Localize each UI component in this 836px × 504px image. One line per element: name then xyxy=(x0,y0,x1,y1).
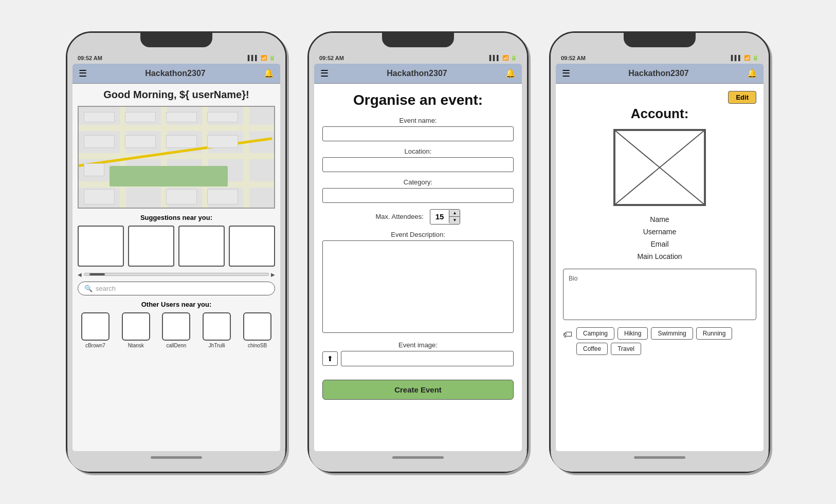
scroll-right-arrow[interactable]: ▶ xyxy=(271,272,275,277)
tag-hiking[interactable]: Hiking xyxy=(617,327,648,340)
scroll-bar-row: ◀ ▶ xyxy=(78,272,275,277)
event-name-group: Event name: xyxy=(322,117,514,141)
user-name-4: chinoSB xyxy=(248,343,267,348)
user-avatar-2[interactable] xyxy=(162,312,190,341)
tag-swimming[interactable]: Swimming xyxy=(651,327,693,340)
status-right-3: ▌▌▌ 📶 🔋 xyxy=(731,55,758,61)
notch-area-3: 09:52 AM ▌▌▌ 📶 🔋 xyxy=(551,33,769,64)
battery-1: 🔋 xyxy=(269,55,275,61)
bell-icon-1[interactable]: 🔔 xyxy=(264,68,274,78)
app-header-3: ☰ Hackathon2307 🔔 xyxy=(556,64,764,84)
wifi-1: 📶 xyxy=(261,55,267,61)
attendees-spinner[interactable]: 15 ▲ ▼ xyxy=(430,209,461,225)
user-avatar-0[interactable] xyxy=(81,312,110,341)
category-input[interactable] xyxy=(322,188,514,203)
account-info: Name Username Email Main Location xyxy=(563,214,756,262)
search-bar[interactable]: 🔍 search xyxy=(78,282,275,295)
time-2: 09:52 AM xyxy=(319,55,344,61)
placeholder-x-svg xyxy=(614,130,705,205)
app-title-3: Hackathon2307 xyxy=(628,69,688,78)
description-group: Event Description: xyxy=(322,231,514,335)
description-textarea[interactable] xyxy=(322,240,514,333)
username-field: Username xyxy=(563,227,756,237)
status-bar-3: 09:52 AM ▌▌▌ 📶 🔋 xyxy=(551,52,769,61)
notch-area-2: 09:52 AM ▌▌▌ 📶 🔋 xyxy=(309,33,527,64)
suggestions-label: Suggestions near you: xyxy=(78,214,275,221)
user-item-4: chinoSB xyxy=(243,312,271,348)
email-field: Email xyxy=(563,239,756,249)
map-area xyxy=(78,106,275,209)
user-avatar-1[interactable] xyxy=(122,312,150,341)
tag-running[interactable]: Running xyxy=(696,327,733,340)
phone-notch-2 xyxy=(382,33,454,47)
hamburger-icon-2[interactable]: ☰ xyxy=(320,68,329,79)
image-upload-row: ⬆ xyxy=(322,351,514,366)
user-avatar-3[interactable] xyxy=(203,312,231,341)
upload-input-field[interactable] xyxy=(341,351,514,366)
spinner-buttons: ▲ ▼ xyxy=(449,210,460,224)
time-3: 09:52 AM xyxy=(561,55,586,61)
bell-icon-3[interactable]: 🔔 xyxy=(747,68,757,78)
location-group: Location: xyxy=(322,147,514,172)
phone-bottom-3 xyxy=(551,451,769,472)
scroll-left-arrow[interactable]: ◀ xyxy=(78,272,82,277)
tags-grid: Camping Hiking Swimming Running Coffee T… xyxy=(576,327,756,355)
greeting-text: Good Morning, ${ userName}! xyxy=(78,89,275,101)
edit-button[interactable]: Edit xyxy=(728,91,756,104)
suggestion-card-3[interactable] xyxy=(178,226,225,267)
notch-area-1: 09:52 AM ▌▌▌ 📶 🔋 xyxy=(67,33,285,64)
suggestion-card-1[interactable] xyxy=(78,226,124,267)
create-event-button[interactable]: Create Event xyxy=(322,380,514,400)
battery-2: 🔋 xyxy=(511,55,517,61)
profile-image-placeholder xyxy=(613,129,706,206)
spinner-down-btn[interactable]: ▼ xyxy=(449,217,460,224)
description-label: Event Description: xyxy=(322,231,514,238)
phone-notch-1 xyxy=(140,33,212,47)
location-input[interactable] xyxy=(322,157,514,172)
location-label: Location: xyxy=(322,147,514,155)
event-name-input[interactable] xyxy=(322,126,514,141)
attendees-group: Max. Attendees: 15 ▲ ▼ xyxy=(322,209,514,225)
search-placeholder: search xyxy=(96,285,116,292)
tag-travel[interactable]: Travel xyxy=(611,343,641,355)
home-bar-3 xyxy=(634,456,685,459)
user-item-1: Ntansk xyxy=(122,312,150,348)
screens-container: 09:52 AM ▌▌▌ 📶 🔋 ☰ Hackathon2307 🔔 Good … xyxy=(66,31,770,473)
users-row: cBrown7 Ntansk callDenn JhTrulli xyxy=(78,312,275,348)
tag-coffee[interactable]: Coffee xyxy=(576,343,608,355)
app-title-2: Hackathon2307 xyxy=(387,69,447,78)
account-header-row: Edit xyxy=(563,91,756,104)
event-name-label: Event name: xyxy=(322,117,514,124)
location-field: Main Location xyxy=(563,251,756,262)
tags-row: 🏷 Camping Hiking Swimming Running Coffee… xyxy=(563,327,756,355)
phone-account: 09:52 AM ▌▌▌ 📶 🔋 ☰ Hackathon2307 🔔 Edit … xyxy=(549,31,770,473)
scroll-track[interactable] xyxy=(84,273,269,276)
category-group: Category: xyxy=(322,178,514,203)
time-1: 09:52 AM xyxy=(78,55,102,61)
scroll-thumb xyxy=(89,273,105,275)
suggestion-card-2[interactable] xyxy=(128,226,174,267)
battery-3: 🔋 xyxy=(752,55,758,61)
spinner-up-btn[interactable]: ▲ xyxy=(449,210,460,217)
home-content: Good Morning, ${ userName}! xyxy=(72,84,280,451)
wifi-2: 📶 xyxy=(502,55,508,61)
map-grid xyxy=(79,107,274,208)
bio-box: Bio xyxy=(563,269,756,320)
tags-icon: 🏷 xyxy=(563,329,572,340)
upload-icon[interactable]: ⬆ xyxy=(322,351,338,366)
signal-2: ▌▌▌ xyxy=(489,55,500,61)
hamburger-icon-1[interactable]: ☰ xyxy=(79,68,87,79)
suggestions-row[interactable] xyxy=(78,226,275,269)
attendees-label: Max. Attendees: xyxy=(376,213,424,220)
bell-icon-2[interactable]: 🔔 xyxy=(505,68,516,78)
home-bar-2 xyxy=(392,456,444,459)
tag-camping[interactable]: Camping xyxy=(576,327,614,340)
attendees-value: 15 xyxy=(430,210,450,223)
user-avatar-4[interactable] xyxy=(243,312,271,341)
suggestion-card-4[interactable] xyxy=(229,226,275,267)
screen-organise: ☰ Hackathon2307 🔔 Organise an event: Eve… xyxy=(314,64,522,451)
hamburger-icon-3[interactable]: ☰ xyxy=(562,68,570,79)
search-icon: 🔍 xyxy=(84,285,93,292)
status-bar-2: 09:52 AM ▌▌▌ 📶 🔋 xyxy=(309,52,527,61)
bio-label: Bio xyxy=(569,275,577,282)
